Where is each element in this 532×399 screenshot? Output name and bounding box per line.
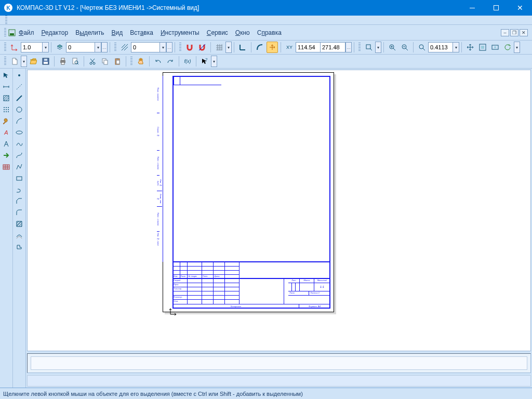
- menu-window[interactable]: Окно: [232, 28, 253, 38]
- ellipse-tool[interactable]: [14, 127, 24, 138]
- open-button[interactable]: [28, 56, 39, 67]
- property-panel-content[interactable]: [31, 356, 527, 370]
- toolbar-grip[interactable]: [130, 57, 132, 66]
- menu-tools[interactable]: Инструменты: [157, 28, 203, 38]
- variables-button[interactable]: f(x): [182, 56, 193, 67]
- snap-settings-button[interactable]: [196, 42, 208, 53]
- toolbar-grip[interactable]: [4, 57, 6, 66]
- redraw-dropdown[interactable]: ▾: [514, 42, 520, 53]
- segment-tool[interactable]: [14, 93, 24, 103]
- zoom-input[interactable]: [428, 42, 453, 52]
- layer-dropdown[interactable]: ▾: [66, 42, 101, 52]
- linestyle-more-button[interactable]: …: [166, 42, 172, 52]
- new-button[interactable]: [9, 56, 20, 67]
- menu-insert[interactable]: Вставка: [127, 28, 156, 38]
- menu-view[interactable]: Вид: [109, 28, 126, 38]
- print-button[interactable]: [57, 56, 69, 67]
- circle-tool[interactable]: [14, 104, 24, 115]
- layer-input[interactable]: [66, 42, 95, 52]
- zoom-window-dropdown[interactable]: ▾: [375, 42, 381, 53]
- toolbar-grip[interactable]: [358, 43, 361, 52]
- zoom-in-button[interactable]: [387, 42, 398, 53]
- chevron-down-icon[interactable]: ▾: [95, 42, 101, 52]
- round-button[interactable]: [254, 42, 265, 53]
- params-panel-button[interactable]: [1, 116, 11, 126]
- bezier-tool[interactable]: [14, 150, 24, 161]
- auxline-tool[interactable]: [14, 82, 24, 92]
- chamfer-tool[interactable]: [14, 196, 24, 206]
- save-quick-button[interactable]: [8, 29, 16, 36]
- geometry-panel-button[interactable]: [1, 70, 11, 81]
- pan-button[interactable]: [464, 42, 476, 53]
- rectangle-tool[interactable]: [14, 173, 24, 183]
- arc-tool[interactable]: [14, 116, 24, 126]
- scale-dropdown[interactable]: ▾: [21, 42, 49, 52]
- grid-button[interactable]: [214, 42, 225, 53]
- zoom-window-button[interactable]: [363, 42, 375, 53]
- linestyle-button[interactable]: [119, 42, 130, 53]
- edit-panel-button[interactable]: [1, 104, 11, 115]
- spline-tool[interactable]: [14, 139, 24, 149]
- measure-panel-button[interactable]: A: [1, 127, 11, 138]
- symbols-panel-button[interactable]: [1, 93, 11, 103]
- paste-button[interactable]: [112, 56, 123, 67]
- linestyle-dropdown[interactable]: ▾: [131, 42, 166, 52]
- menu-file[interactable]: Файл: [16, 28, 37, 38]
- hatch-tool[interactable]: [14, 219, 24, 229]
- close-button[interactable]: ✕: [508, 0, 532, 16]
- point-tool[interactable]: [14, 70, 24, 81]
- maximize-button[interactable]: [484, 0, 508, 16]
- menu-service[interactable]: Сервис: [204, 28, 231, 38]
- associate-panel-button[interactable]: [1, 162, 11, 172]
- toolbar-grip[interactable]: [4, 43, 6, 52]
- coord-more-button[interactable]: …: [345, 42, 352, 52]
- coord-system-button[interactable]: [9, 42, 20, 53]
- linestyle-input[interactable]: [131, 42, 160, 52]
- layer-button[interactable]: [54, 42, 65, 53]
- new-dropdown[interactable]: ▾: [21, 56, 27, 67]
- toolbar-grip[interactable]: [179, 43, 181, 52]
- menu-editor[interactable]: Редактор: [38, 28, 72, 38]
- ortho-button[interactable]: [237, 42, 248, 53]
- zoom-all-button[interactable]: [489, 42, 501, 53]
- undo-button[interactable]: [152, 56, 164, 67]
- toolbar-grip[interactable]: [114, 43, 116, 52]
- mdi-minimize-button[interactable]: –: [501, 29, 509, 36]
- green-panel-button[interactable]: [1, 150, 11, 161]
- help-dropdown[interactable]: ▾: [211, 56, 217, 67]
- equidistant-tool[interactable]: [14, 230, 24, 241]
- zoom-dropdown[interactable]: ▾: [428, 42, 459, 52]
- copy-button[interactable]: [99, 56, 111, 67]
- drawing-canvas[interactable]: Перв. примен. Справ. № Подп. и дата Инв.…: [27, 70, 531, 351]
- layer-more-button[interactable]: …: [101, 42, 108, 52]
- properties-button[interactable]: [135, 56, 147, 67]
- autoline-tool[interactable]: [14, 184, 24, 195]
- local-cs-button[interactable]: [267, 42, 278, 53]
- dimensions-panel-button[interactable]: [1, 82, 11, 92]
- coord-x-input[interactable]: [296, 42, 321, 52]
- toolbar-grip[interactable]: [5, 16, 7, 25]
- coord-x-field[interactable]: [296, 42, 321, 52]
- polyline-tool[interactable]: [14, 162, 24, 172]
- chevron-down-icon[interactable]: ▾: [453, 42, 459, 52]
- chevron-down-icon[interactable]: ▾: [43, 42, 49, 52]
- menu-help[interactable]: Справка: [254, 28, 285, 38]
- fillet-tool[interactable]: [14, 207, 24, 218]
- coord-y-input[interactable]: [321, 42, 345, 52]
- spec-panel-button[interactable]: [1, 139, 11, 149]
- zoom-realtime-button[interactable]: [416, 42, 428, 53]
- mdi-close-button[interactable]: ✕: [520, 29, 528, 36]
- grid-dropdown[interactable]: ▾: [225, 42, 232, 53]
- scale-input[interactable]: [21, 42, 43, 52]
- mdi-restore-button[interactable]: ❐: [510, 29, 518, 36]
- cut-button[interactable]: [87, 56, 98, 67]
- zoom-fit-button[interactable]: [477, 42, 488, 53]
- minimize-button[interactable]: [460, 0, 484, 16]
- redo-button[interactable]: [165, 56, 176, 67]
- help-context-button[interactable]: ?: [199, 56, 210, 67]
- zoom-out-button[interactable]: [399, 42, 410, 53]
- preview-button[interactable]: [70, 56, 81, 67]
- collect-contour-tool[interactable]: [14, 242, 24, 252]
- coord-y-field[interactable]: [321, 42, 345, 52]
- save-button[interactable]: [40, 56, 51, 67]
